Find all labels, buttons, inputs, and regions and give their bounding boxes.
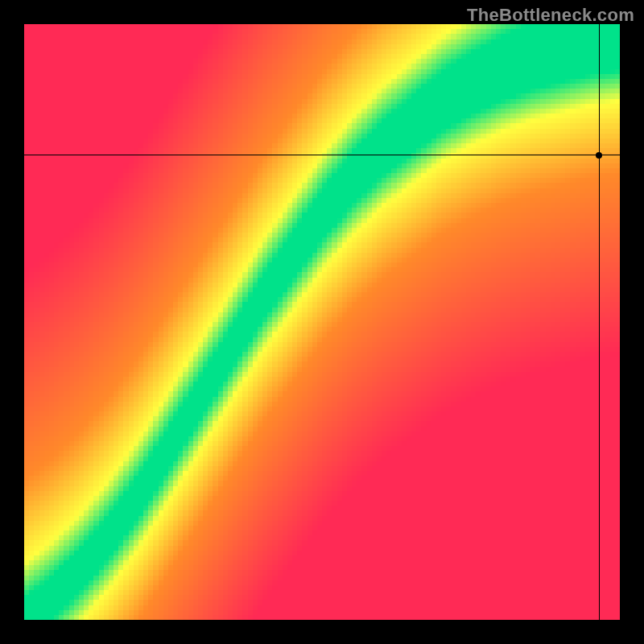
crosshair-vertical-line xyxy=(599,24,600,620)
marker-dot xyxy=(596,152,602,159)
watermark-text: TheBottleneck.com xyxy=(467,5,634,26)
chart-frame: TheBottleneck.com xyxy=(0,0,644,644)
crosshair-horizontal-line xyxy=(24,155,620,155)
bottleneck-heatmap-canvas xyxy=(24,24,620,620)
